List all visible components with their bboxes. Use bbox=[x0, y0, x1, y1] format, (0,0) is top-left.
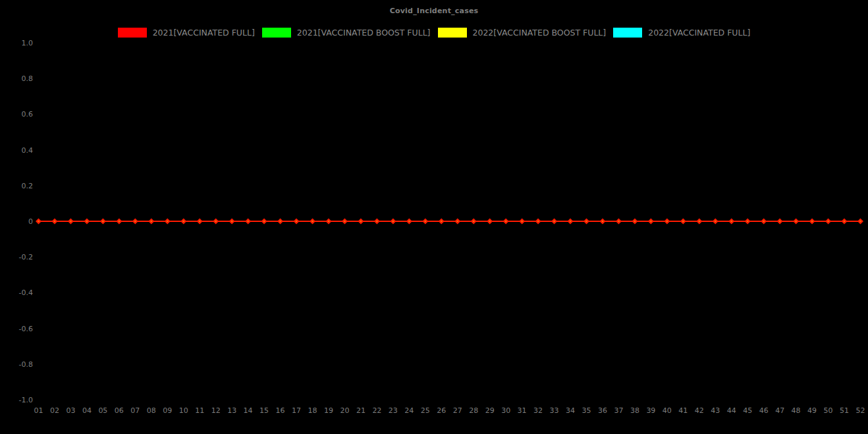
data-point-marker-center bbox=[215, 221, 217, 223]
data-point-marker-center bbox=[376, 221, 378, 223]
data-point-marker-center bbox=[859, 221, 861, 223]
data-point-marker-center bbox=[263, 221, 265, 223]
data-point-marker-center bbox=[698, 221, 700, 223]
data-point-marker-center bbox=[328, 221, 330, 223]
data-point-marker-center bbox=[553, 221, 555, 223]
data-point-marker-center bbox=[521, 221, 523, 223]
data-point-marker-center bbox=[296, 221, 298, 223]
data-point-marker-center bbox=[827, 221, 829, 223]
data-point-marker-center bbox=[730, 221, 732, 223]
data-point-marker-center bbox=[441, 221, 443, 223]
data-point-marker-center bbox=[666, 221, 668, 223]
chart-container: Covid_Incident_cases 2021[VACCINATED FUL… bbox=[0, 0, 868, 434]
data-point-marker-center bbox=[585, 221, 587, 223]
data-point-marker-center bbox=[682, 221, 684, 223]
plot-area bbox=[0, 0, 868, 434]
data-point-marker-center bbox=[38, 221, 40, 223]
data-point-marker-center bbox=[779, 221, 781, 223]
data-point-marker-center bbox=[279, 221, 281, 223]
data-point-marker-center bbox=[424, 221, 426, 223]
data-point-marker-center bbox=[247, 221, 249, 223]
data-point-marker-center bbox=[570, 221, 572, 223]
data-point-marker-center bbox=[102, 221, 104, 223]
data-point-marker-center bbox=[618, 221, 620, 223]
data-point-marker-center bbox=[505, 221, 507, 223]
data-point-marker-center bbox=[489, 221, 491, 223]
data-point-marker-center bbox=[134, 221, 136, 223]
data-point-marker-center bbox=[199, 221, 201, 223]
data-point-marker-center bbox=[54, 221, 56, 223]
data-point-marker-center bbox=[456, 221, 458, 223]
data-point-marker-center bbox=[86, 221, 88, 223]
data-point-marker-center bbox=[119, 221, 121, 223]
data-point-marker-center bbox=[537, 221, 539, 223]
data-point-marker-center bbox=[844, 221, 846, 223]
data-point-marker-center bbox=[747, 221, 749, 223]
data-point-marker-center bbox=[70, 221, 72, 223]
data-point-marker-center bbox=[360, 221, 362, 223]
data-point-marker-center bbox=[715, 221, 717, 223]
data-point-marker-center bbox=[167, 221, 169, 223]
data-point-marker-center bbox=[795, 221, 797, 223]
data-point-marker-center bbox=[393, 221, 394, 223]
data-point-marker-center bbox=[312, 221, 313, 223]
data-point-marker-center bbox=[634, 221, 636, 223]
data-point-marker-center bbox=[811, 221, 813, 223]
data-point-marker-center bbox=[650, 221, 652, 223]
data-point-marker-center bbox=[344, 221, 346, 223]
data-point-marker-center bbox=[150, 221, 152, 223]
data-point-marker-center bbox=[182, 221, 184, 223]
data-point-marker-center bbox=[231, 221, 233, 223]
data-point-marker-center bbox=[602, 221, 604, 223]
data-point-marker-center bbox=[408, 221, 410, 223]
data-point-marker-center bbox=[763, 221, 765, 223]
data-point-marker-center bbox=[473, 221, 475, 223]
